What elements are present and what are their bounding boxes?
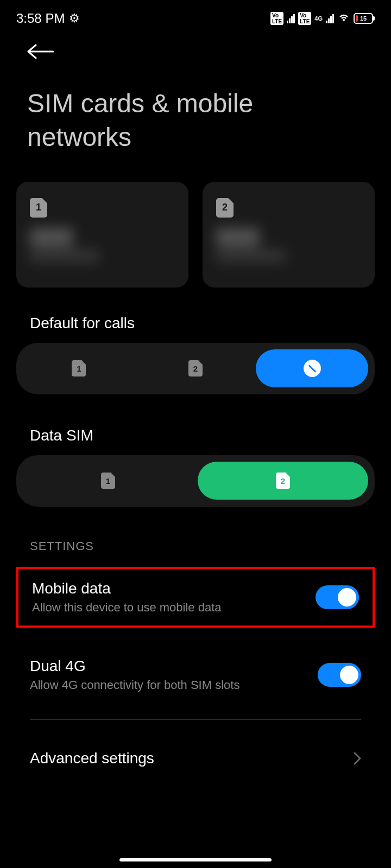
mobile-data-title: Mobile data bbox=[32, 580, 316, 597]
battery-level: 15 bbox=[360, 15, 367, 22]
sim-card-1[interactable]: 1 ████ ██████████ bbox=[16, 182, 188, 288]
gear-icon: ⚙ bbox=[69, 11, 80, 25]
sim-small-icon-1: 1 bbox=[72, 360, 86, 376]
status-time: 3:58 PM bbox=[16, 11, 65, 26]
data-option-sim2[interactable]: 2 bbox=[198, 462, 368, 500]
net-4g-label: 4G bbox=[314, 15, 323, 22]
toggle-knob bbox=[338, 588, 356, 607]
sim-2-icon: 2 bbox=[216, 198, 234, 218]
sim-cards-container: 1 ████ ██████████ 2 ████ ██████████ bbox=[0, 160, 391, 304]
mobile-data-subtitle: Allow this device to use mobile data bbox=[32, 601, 316, 615]
dual-4g-title: Dual 4G bbox=[30, 658, 318, 675]
page-title: SIM cards & mobile networks bbox=[27, 87, 364, 155]
dual-4g-subtitle: Allow 4G connectivity for both SIM slots bbox=[30, 678, 318, 692]
sim-2-info-blurred: ████ ██████████ bbox=[216, 228, 361, 261]
toggle-knob bbox=[340, 666, 358, 684]
mobile-data-row[interactable]: Mobile data Allow this device to use mob… bbox=[16, 567, 375, 628]
advanced-settings-title: Advanced settings bbox=[30, 750, 154, 767]
data-sim-label: Data SIM bbox=[0, 416, 391, 455]
chevron-right-icon bbox=[354, 751, 361, 769]
dual-4g-row[interactable]: Dual 4G Allow 4G connectivity for both S… bbox=[0, 647, 391, 703]
volte-icon-2: VoLTE bbox=[298, 12, 311, 25]
back-button[interactable] bbox=[27, 43, 54, 60]
dual-4g-toggle[interactable] bbox=[318, 663, 361, 687]
default-calls-selector: 1 2 bbox=[16, 343, 375, 394]
status-bar: 3:58 PM ⚙ VoLTE VoLTE 4G bbox=[0, 0, 391, 33]
calls-option-ask[interactable] bbox=[256, 349, 368, 387]
sim-small-icon-data-2: 2 bbox=[276, 473, 290, 489]
wifi-icon bbox=[337, 11, 350, 25]
mobile-data-toggle[interactable] bbox=[316, 585, 359, 609]
signal-bars-1 bbox=[287, 14, 295, 23]
header: SIM cards & mobile networks bbox=[0, 33, 391, 160]
sim-1-info-blurred: ████ ██████████ bbox=[30, 228, 175, 261]
status-left: 3:58 PM ⚙ bbox=[16, 11, 80, 26]
dual-4g-info: Dual 4G Allow 4G connectivity for both S… bbox=[30, 658, 318, 692]
status-right: VoLTE VoLTE 4G 15 bbox=[270, 11, 375, 25]
signal-bars-2 bbox=[326, 14, 334, 23]
settings-header: SETTINGS bbox=[0, 539, 391, 567]
advanced-settings-row[interactable]: Advanced settings bbox=[0, 736, 391, 784]
calls-option-sim2[interactable]: 2 bbox=[140, 349, 252, 387]
data-option-sim1[interactable]: 1 bbox=[23, 462, 193, 500]
data-sim-selector: 1 2 bbox=[16, 455, 375, 507]
default-calls-label: Default for calls bbox=[0, 304, 391, 343]
divider bbox=[30, 719, 361, 720]
home-indicator[interactable] bbox=[119, 858, 272, 861]
sim-small-icon-data-1: 1 bbox=[101, 473, 115, 489]
calls-option-sim1[interactable]: 1 bbox=[23, 349, 135, 387]
block-icon bbox=[304, 360, 321, 377]
sim-card-2[interactable]: 2 ████ ██████████ bbox=[203, 182, 375, 288]
volte-icon-1: VoLTE bbox=[270, 12, 283, 25]
sim-1-icon: 1 bbox=[30, 198, 47, 218]
battery-icon: 15 bbox=[354, 13, 375, 24]
sim-small-icon-2: 2 bbox=[188, 360, 203, 376]
mobile-data-info: Mobile data Allow this device to use mob… bbox=[32, 580, 316, 615]
